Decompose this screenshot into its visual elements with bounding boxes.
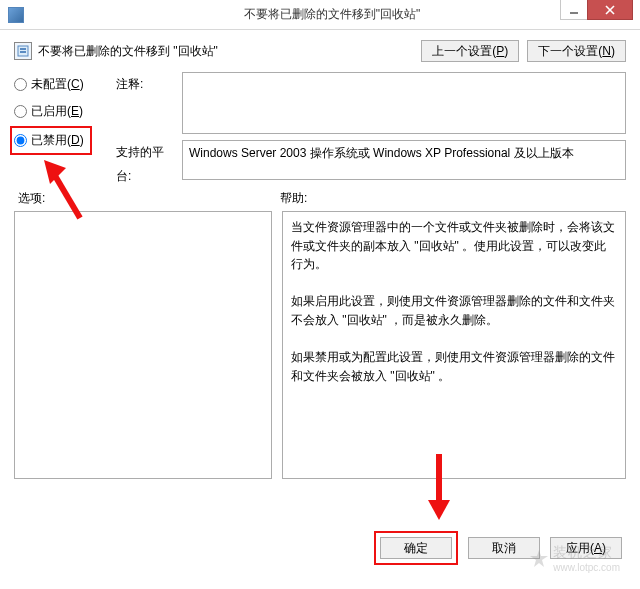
ok-button[interactable]: 确定 [380,537,452,559]
close-button[interactable] [587,0,633,20]
window-icon [8,7,24,23]
supported-platform-box[interactable]: Windows Server 2003 操作系统或 Windows XP Pro… [182,140,626,180]
radio-not-configured-input[interactable] [14,78,27,91]
next-setting-button[interactable]: 下一个设置(N) [527,40,626,62]
svg-rect-5 [20,51,26,53]
svg-marker-9 [428,500,450,520]
prev-setting-button[interactable]: 上一个设置(P) [421,40,519,62]
ok-button-highlight: 确定 [374,531,458,565]
help-label: 帮助: [280,190,307,207]
options-label: 选项: [18,190,280,207]
help-panel[interactable]: 当文件资源管理器中的一个文件或文件夹被删除时，会将该文件或文件夹的副本放入 "回… [282,211,626,479]
dialog-footer: 确定 取消 应用(A) [374,531,622,565]
radio-disabled-highlight: 已禁用(D) [10,126,92,155]
radio-not-configured[interactable]: 未配置(C) [14,76,106,93]
radio-disabled-input[interactable] [14,134,27,147]
radio-enabled-input[interactable] [14,105,27,118]
help-text: 当文件资源管理器中的一个文件或文件夹被删除时，会将该文件或文件夹的副本放入 "回… [291,220,615,383]
platform-label: 支持的平台: [116,140,172,164]
options-panel[interactable] [14,211,272,479]
radio-enabled[interactable]: 已启用(E) [14,103,106,120]
cancel-button[interactable]: 取消 [468,537,540,559]
svg-rect-4 [20,48,26,50]
apply-button[interactable]: 应用(A) [550,537,622,559]
window-title: 不要将已删除的文件移到"回收站" [24,6,640,23]
comment-label: 注释: [116,72,172,96]
radio-disabled[interactable]: 已禁用(D) [14,132,84,149]
title-bar: 不要将已删除的文件移到"回收站" [0,0,640,30]
platform-text: Windows Server 2003 操作系统或 Windows XP Pro… [189,146,574,160]
window-controls [561,0,633,22]
comment-textarea[interactable] [182,72,626,134]
policy-icon [14,42,32,60]
state-radio-group: 未配置(C) 已启用(E) 已禁用(D) [14,72,106,180]
policy-name: 不要将已删除的文件移到 "回收站" [38,43,421,60]
minimize-button[interactable] [560,0,588,20]
